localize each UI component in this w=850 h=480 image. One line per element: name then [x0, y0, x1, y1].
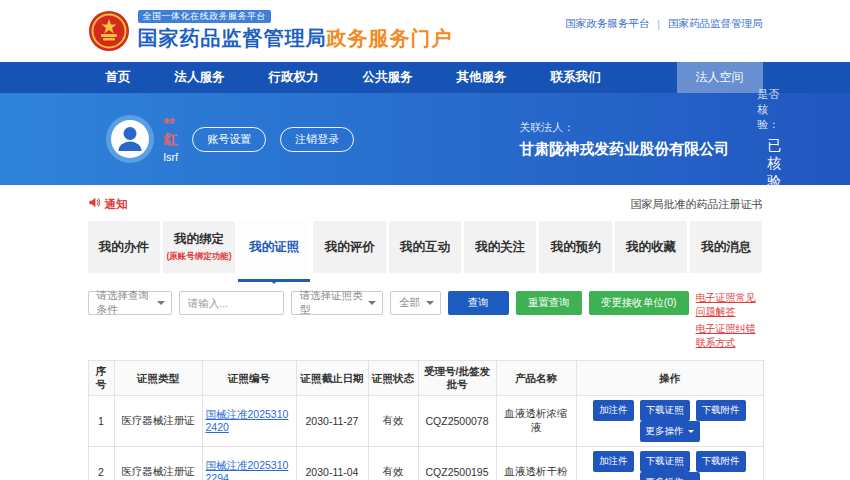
brand: 全国一体化在线政务服务平台 国家药品监督管理局政务服务门户 — [88, 10, 453, 52]
main-nav: 首页 法人服务 行政权力 公共服务 其他服务 联系我们 法人空间 — [0, 62, 850, 93]
logout-button[interactable]: 注销登录 — [280, 127, 354, 152]
cell-expire-date: 2030-11-27 — [296, 396, 368, 447]
site-title-primary: 国家药品监督管理局 — [138, 27, 327, 49]
speaker-icon — [88, 195, 101, 213]
cell-index: 1 — [88, 396, 114, 447]
cell-expire-date: 2030-11-04 — [296, 447, 368, 480]
search-button[interactable]: 查询 — [448, 291, 509, 315]
tab-my-reviews[interactable]: 我的评价 — [313, 221, 385, 273]
tab-my-favorites[interactable]: 我的收藏 — [615, 221, 687, 273]
chevron-down-icon — [426, 301, 434, 309]
verify-label: 是否核验： — [757, 87, 781, 132]
account-id: lsrf — [164, 151, 179, 163]
linked-entity-label: 关联法人： — [519, 120, 729, 135]
cell-cert-type: 医疗器械注册证 — [114, 447, 202, 480]
header-status: 证照状态 — [368, 361, 418, 396]
nav-item-home[interactable]: 首页 — [106, 62, 131, 93]
cert-faq-link[interactable]: 电子证照常见问题解答 — [696, 291, 763, 319]
filter-bar: 请选择查询条件 请选择证照类型 全部 查询 重置查询 变更接收单位(0) 电子证… — [88, 291, 763, 350]
chevron-down-icon — [688, 430, 694, 436]
tab-bar: 我的办件 我的绑定 (原账号绑定功能) 我的证照 我的评价 我的互动 我的关注 — [88, 221, 763, 287]
table-header-row: 序号 证照类型 证照编号 证照截止日期 证照状态 受理号/批签发批号 产品名称 … — [88, 361, 763, 396]
tab-my-certificates[interactable]: 我的证照 — [238, 221, 310, 273]
top-links: 国家政务服务平台 | 国家药品监督管理局 — [565, 17, 762, 31]
site-title-secondary: 政务服务门户 — [327, 27, 453, 49]
reset-button[interactable]: 重置查询 — [516, 291, 582, 315]
cell-accept-no: CQZ2500078 — [418, 396, 496, 447]
cell-product: 血液透析浓缩液 — [496, 396, 576, 447]
notice-announcement[interactable]: 国家局批准的药品注册证书 — [631, 197, 763, 212]
cell-accept-no: CQZ2500195 — [418, 447, 496, 480]
linked-entity-name: 甘肃陇神戎发药业股份有限公司 — [519, 140, 729, 159]
avatar — [106, 115, 154, 163]
account-settings-button[interactable]: 账号设置 — [192, 127, 266, 152]
cert-number-link[interactable]: 国械注准20253102294 — [206, 459, 293, 480]
legal-person-space-button[interactable]: 法人空间 — [677, 62, 763, 93]
verify-block: 是否核验： 已核验 — [757, 87, 781, 191]
linked-entity-block: 关联法人： 甘肃陇神戎发药业股份有限公司 — [519, 120, 729, 159]
cell-status: 有效 — [368, 396, 418, 447]
cell-index: 2 — [88, 447, 114, 480]
top-header: 全国一体化在线政务服务平台 国家药品监督管理局政务服务门户 国家政务服务平台 |… — [0, 0, 850, 62]
active-tab-pointer-icon — [269, 279, 279, 289]
platform-badge: 全国一体化在线政务服务平台 — [138, 10, 272, 23]
cell-cert-type: 医疗器械注册证 — [114, 396, 202, 447]
nav-item-other-services[interactable]: 其他服务 — [457, 62, 507, 93]
tab-my-binding-note: (原账号绑定功能) — [166, 251, 231, 263]
header-cert-type: 证照类型 — [114, 361, 202, 396]
link-national-platform[interactable]: 国家政务服务平台 — [565, 17, 649, 31]
cert-number-link[interactable]: 国械注准20253102420 — [206, 408, 293, 435]
nav-item-admin-power[interactable]: 行政权力 — [269, 62, 319, 93]
username: **红 — [164, 115, 179, 149]
tab-my-interactions[interactable]: 我的互动 — [389, 221, 461, 273]
help-links: 电子证照常见问题解答 电子证照纠错联系方式 — [696, 291, 763, 350]
chevron-down-icon — [157, 301, 165, 309]
download-cert-button[interactable]: 下载证照 — [640, 451, 690, 472]
nav-item-contact[interactable]: 联系我们 — [551, 62, 601, 93]
annotate-button[interactable]: 加注件 — [593, 451, 634, 472]
annotate-button[interactable]: 加注件 — [593, 400, 634, 421]
tab-my-follows[interactable]: 我的关注 — [464, 221, 536, 273]
cert-type-select[interactable]: 请选择证照类型 — [291, 291, 383, 315]
site-title: 国家药品监督管理局政务服务门户 — [138, 25, 453, 52]
header-cert-no: 证照编号 — [202, 361, 296, 396]
more-actions-button[interactable]: 更多操作 — [640, 472, 700, 480]
brand-text: 全国一体化在线政务服务平台 国家药品监督管理局政务服务门户 — [138, 10, 453, 52]
download-attachment-button[interactable]: 下载附件 — [696, 451, 746, 472]
cert-contact-link[interactable]: 电子证照纠错联系方式 — [696, 322, 763, 350]
notice-label[interactable]: 通知 — [105, 197, 128, 212]
certificates-table: 序号 证照类型 证照编号 证照截止日期 证照状态 受理号/批签发批号 产品名称 … — [88, 360, 764, 480]
cell-status: 有效 — [368, 447, 418, 480]
tab-my-binding[interactable]: 我的绑定 (原账号绑定功能) — [163, 221, 235, 273]
notice-row: 通知 国家局批准的药品注册证书 — [88, 185, 763, 221]
verify-status: 已核验 — [757, 137, 781, 191]
download-cert-button[interactable]: 下载证照 — [640, 400, 690, 421]
tab-my-appointments[interactable]: 我的预约 — [539, 221, 611, 273]
header-actions: 操作 — [576, 361, 763, 396]
header-index: 序号 — [88, 361, 114, 396]
user-banner: **红 lsrf 账号设置 注销登录 关联法人： 甘肃陇神戎发药业股份有限公司 … — [0, 93, 850, 185]
header-accept-no: 受理号/批签发批号 — [418, 361, 496, 396]
query-condition-select[interactable]: 请选择查询条件 — [88, 291, 172, 315]
more-actions-button[interactable]: 更多操作 — [640, 421, 700, 442]
main-content: 通知 国家局批准的药品注册证书 我的办件 我的绑定 (原账号绑定功能) 我的证照 — [0, 185, 850, 480]
download-attachment-button[interactable]: 下载附件 — [696, 400, 746, 421]
link-separator: | — [657, 18, 660, 30]
page: 全国一体化在线政务服务平台 国家药品监督管理局政务服务门户 国家政务服务平台 |… — [0, 0, 850, 480]
table-row: 1 医疗器械注册证 国械注准20253102420 2030-11-27 有效 … — [88, 396, 763, 447]
keyword-input[interactable] — [179, 291, 284, 315]
user-identity: **红 lsrf — [164, 115, 179, 163]
tab-my-messages[interactable]: 我的消息 — [690, 221, 762, 273]
national-emblem-icon — [88, 10, 130, 52]
header-product: 产品名称 — [496, 361, 576, 396]
nav-item-legal-services[interactable]: 法人服务 — [175, 62, 225, 93]
scope-select[interactable]: 全部 — [390, 291, 441, 315]
change-receiver-button[interactable]: 变更接收单位(0) — [589, 291, 689, 315]
table-row: 2 医疗器械注册证 国械注准20253102294 2030-11-04 有效 … — [88, 447, 763, 480]
tab-my-cases[interactable]: 我的办件 — [88, 221, 160, 273]
link-nmpa[interactable]: 国家药品监督管理局 — [668, 17, 763, 31]
cell-product: 血液透析干粉 — [496, 447, 576, 480]
chevron-down-icon — [368, 301, 376, 309]
nav-item-public-services[interactable]: 公共服务 — [363, 62, 413, 93]
header-expire-date: 证照截止日期 — [296, 361, 368, 396]
